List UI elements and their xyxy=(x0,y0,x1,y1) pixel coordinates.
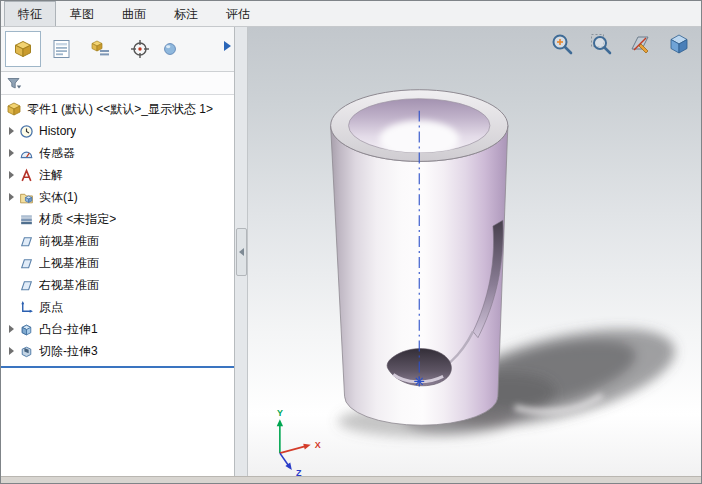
tree-item-label: History xyxy=(39,124,76,138)
expand-arrow-icon[interactable] xyxy=(9,149,14,157)
part-icon xyxy=(13,39,33,59)
propertymanager-tab[interactable] xyxy=(44,31,80,67)
tree-item-boss-extrude1[interactable]: 凸台-拉伸1 xyxy=(1,318,234,340)
tree-root-label: 零件1 (默认) <<默认>_显示状态 1> xyxy=(27,101,213,118)
feature-tree: 零件1 (默认) <<默认>_显示状态 1> History 传感器 xyxy=(1,95,234,477)
panel-collapse-handle[interactable] xyxy=(236,228,247,276)
configurationmanager-tab[interactable] xyxy=(83,31,119,67)
display-sphere-icon xyxy=(162,38,178,60)
expand-arrow-icon[interactable] xyxy=(9,193,14,201)
section-view-button[interactable] xyxy=(626,30,653,57)
displaymanager-tab[interactable] xyxy=(161,31,179,67)
plane-icon xyxy=(19,278,34,293)
configurations-icon xyxy=(90,38,112,60)
tree-item-label: 右视基准面 xyxy=(39,277,99,294)
plane-icon xyxy=(19,234,34,249)
panel-splitter[interactable] xyxy=(235,27,248,477)
tab-features[interactable]: 特征 xyxy=(4,1,56,26)
reference-triad: Y X Z xyxy=(277,408,321,477)
property-form-icon xyxy=(51,38,73,60)
solidworks-window: 特征 草图 曲面 标注 评估 xyxy=(0,0,702,484)
tree-item-solid-bodies[interactable]: 实体(1) xyxy=(1,186,234,208)
history-icon xyxy=(19,124,34,139)
plane-icon xyxy=(19,256,34,271)
filter-funnel-icon[interactable] xyxy=(6,76,22,91)
feature-manager-panel: 零件1 (默认) <<默认>_显示状态 1> History 传感器 xyxy=(1,27,235,477)
view-orientation-button[interactable] xyxy=(665,30,692,57)
model-scene[interactable]: Y X Z xyxy=(248,27,701,477)
section-view-icon xyxy=(628,32,652,56)
command-manager-tabbar: 特征 草图 曲面 标注 评估 xyxy=(1,1,701,27)
expand-arrow-icon[interactable] xyxy=(9,347,14,355)
window-bottom-edge xyxy=(1,476,701,483)
y-axis-arrow-icon xyxy=(277,419,283,426)
tree-item-front-plane[interactable]: 前视基准面 xyxy=(1,230,234,252)
zoom-to-area-icon xyxy=(589,32,613,56)
panel-flyout-arrow-icon[interactable] xyxy=(224,41,231,51)
tree-item-material[interactable]: 材质 <未指定> xyxy=(1,208,234,230)
crosshair-target-icon xyxy=(129,38,151,60)
heads-up-view-toolbar xyxy=(548,30,692,57)
tree-item-label: 切除-拉伸3 xyxy=(39,343,98,360)
tree-item-label: 传感器 xyxy=(39,145,75,162)
tab-surfaces[interactable]: 曲面 xyxy=(108,1,160,26)
tree-item-label: 前视基准面 xyxy=(39,233,99,250)
zoom-to-fit-button[interactable] xyxy=(548,30,575,57)
rollback-bar[interactable] xyxy=(1,366,234,368)
tree-item-top-plane[interactable]: 上视基准面 xyxy=(1,252,234,274)
tab-evaluate[interactable]: 评估 xyxy=(212,1,264,26)
expand-arrow-icon[interactable] xyxy=(9,171,14,179)
x-axis-arrow-icon xyxy=(303,442,311,450)
tree-item-label: 上视基准面 xyxy=(39,255,99,272)
triad-x-label: X xyxy=(315,440,321,450)
tree-item-label: 凸台-拉伸1 xyxy=(39,321,98,338)
tree-item-sensors[interactable]: 传感器 xyxy=(1,142,234,164)
zoom-to-fit-icon xyxy=(550,32,574,56)
origin-icon xyxy=(19,300,34,315)
view-orientation-cube-icon xyxy=(667,32,691,56)
tab-annotate[interactable]: 标注 xyxy=(160,1,212,26)
graphics-viewport[interactable]: Y X Z xyxy=(248,27,701,477)
model-cylinder[interactable] xyxy=(331,90,508,426)
part-icon xyxy=(6,101,22,117)
annotations-icon xyxy=(19,168,34,183)
material-icon xyxy=(19,212,34,227)
expand-arrow-icon[interactable] xyxy=(9,127,14,135)
tree-item-label: 原点 xyxy=(39,299,63,316)
tree-item-origin[interactable]: 原点 xyxy=(1,296,234,318)
tree-item-label: 实体(1) xyxy=(39,189,78,206)
tree-item-history[interactable]: History xyxy=(1,120,234,142)
tree-item-annotations[interactable]: 注解 xyxy=(1,164,234,186)
tree-item-cut-extrude3[interactable]: 切除-拉伸3 xyxy=(1,340,234,362)
triad-y-label: Y xyxy=(277,408,283,418)
sensors-icon xyxy=(19,146,34,161)
tree-item-label: 材质 <未指定> xyxy=(39,211,116,228)
boss-extrude-icon xyxy=(19,322,34,337)
expand-arrow-icon[interactable] xyxy=(9,325,14,333)
featuremanager-tree-tab[interactable] xyxy=(5,31,41,67)
tree-root-item[interactable]: 零件1 (默认) <<默认>_显示状态 1> xyxy=(1,98,234,120)
zoom-to-area-button[interactable] xyxy=(587,30,614,57)
tree-item-right-plane[interactable]: 右视基准面 xyxy=(1,274,234,296)
tree-item-label: 注解 xyxy=(39,167,63,184)
tab-sketch[interactable]: 草图 xyxy=(56,1,108,26)
dimxpertmanager-tab[interactable] xyxy=(122,31,158,67)
solid-bodies-icon xyxy=(19,190,34,205)
tree-filter-row xyxy=(1,72,234,95)
cut-extrude-icon xyxy=(19,344,34,359)
manager-tab-strip xyxy=(1,27,234,72)
